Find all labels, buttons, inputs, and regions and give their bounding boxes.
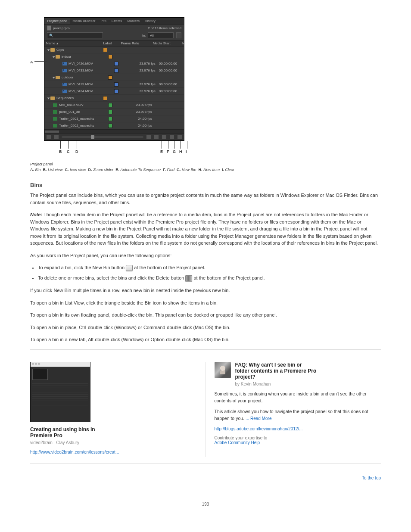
page-number: 193 bbox=[30, 502, 381, 507]
find-button[interactable] bbox=[154, 134, 159, 140]
panel-tab[interactable]: History bbox=[142, 18, 158, 24]
new-bin-button[interactable] bbox=[162, 134, 167, 140]
read-more-link[interactable]: ... Read More bbox=[246, 416, 272, 421]
label-swatch[interactable] bbox=[114, 68, 118, 73]
asset-list: ClipsindoorMVI_0426.MOV23.976 fps00:00:0… bbox=[44, 47, 184, 129]
card-subtitle: video2brain - Clay Asbury bbox=[30, 440, 197, 445]
in-dropdown-arrow[interactable] bbox=[176, 32, 181, 38]
open-floating: To open a bin in its own floating panel,… bbox=[30, 311, 379, 319]
bin-row[interactable]: indoor bbox=[44, 53, 184, 60]
row-name: Sequences bbox=[56, 96, 74, 100]
new-item-button[interactable] bbox=[169, 134, 174, 140]
sequence-row[interactable]: MVI_0419.MOV23.976 fps bbox=[44, 102, 184, 109]
label-swatch[interactable] bbox=[108, 117, 112, 121]
faq-para-2: This article shows you how to navigate t… bbox=[215, 408, 381, 422]
project-filename: pond.prproj bbox=[53, 26, 70, 30]
option-new-bin: To expand a bin, click the New Bin butto… bbox=[38, 264, 381, 272]
figure-caption: Project panelA. Bin B. List view C. Icon… bbox=[30, 162, 306, 172]
disclosure-triangle-icon[interactable] bbox=[47, 97, 50, 99]
clip-icon bbox=[62, 69, 67, 72]
label-swatch[interactable] bbox=[108, 124, 112, 128]
delete-icon bbox=[185, 275, 192, 281]
bin-row[interactable]: Clips bbox=[44, 47, 184, 53]
sequence-row[interactable]: Trailer_0502_nocredits24.00 fps bbox=[44, 122, 184, 129]
label-swatch[interactable] bbox=[108, 110, 112, 114]
clip-row[interactable]: MVI_0419.MOV23.976 fps00:00:00:00 bbox=[44, 81, 184, 88]
label-swatch[interactable] bbox=[114, 62, 118, 66]
panel-tab[interactable]: Project: pond bbox=[44, 18, 70, 24]
card-divider bbox=[206, 362, 206, 457]
column-header[interactable]: Name ▴ bbox=[44, 40, 102, 46]
panel-footer bbox=[44, 133, 184, 140]
column-headers[interactable]: Name ▴LabelFrame RateMedia StartMe bbox=[44, 40, 184, 47]
disclosure-triangle-icon[interactable] bbox=[53, 56, 55, 58]
callout-letter-C: C bbox=[67, 149, 70, 154]
callout-letter-D: D bbox=[75, 149, 78, 154]
row-name: MVI_0433.MOV bbox=[68, 68, 93, 72]
callout-letter-B: B bbox=[59, 149, 62, 154]
to-top-link[interactable]: To the top bbox=[362, 476, 381, 480]
callout-line bbox=[162, 141, 162, 149]
faq-para-1: Sometimes, it is confusing when you are … bbox=[215, 391, 381, 404]
label-swatch[interactable] bbox=[114, 82, 118, 87]
card-link[interactable]: http://www.video2brain.com/en/lessons/cr… bbox=[30, 450, 119, 454]
row-name: Clips bbox=[56, 48, 64, 52]
bin-row[interactable]: outdoor bbox=[44, 74, 184, 81]
frame-rate-cell: 24.00 fps bbox=[123, 124, 156, 128]
icon-view-button[interactable] bbox=[54, 134, 59, 140]
clip-row[interactable]: MVI_0426.MOV23.976 fps00:00:00:00 bbox=[44, 60, 184, 67]
bin-icon bbox=[50, 96, 55, 100]
frame-rate-cell: 23.976 fps bbox=[123, 103, 156, 107]
row-name: Trailer_0502_nocredits bbox=[59, 124, 94, 128]
label-swatch[interactable] bbox=[114, 89, 118, 93]
label-swatch[interactable] bbox=[108, 55, 112, 59]
callout-line bbox=[174, 141, 174, 149]
clear-button[interactable] bbox=[177, 134, 182, 140]
panel-tab[interactable]: Markers bbox=[125, 18, 142, 24]
label-swatch[interactable] bbox=[103, 96, 107, 100]
sequence-row[interactable]: pond_001_ab23.976 fps bbox=[44, 109, 184, 115]
callout-letter-E: E bbox=[160, 149, 163, 154]
label-swatch[interactable] bbox=[103, 48, 107, 52]
new-bin-icon bbox=[126, 265, 133, 271]
clip-icon bbox=[62, 90, 67, 93]
frame-rate-cell: 23.976 fps bbox=[128, 89, 159, 93]
column-header[interactable]: Me bbox=[181, 40, 184, 46]
column-header[interactable]: Frame Rate bbox=[119, 40, 151, 46]
open-in-place: To open a bin in place, Ctrl-double-clic… bbox=[30, 324, 379, 331]
row-name: Trailer_0503_nocredits bbox=[59, 117, 94, 121]
callout-line bbox=[60, 141, 61, 149]
panel-tab[interactable]: Info bbox=[98, 18, 109, 24]
clip-row[interactable]: MVI_0433.MOV23.976 fps00:00:00:00 bbox=[44, 67, 184, 74]
sequence-icon bbox=[53, 103, 57, 107]
column-header[interactable]: Label bbox=[102, 40, 119, 46]
automate-to-sequence-button[interactable] bbox=[146, 134, 151, 140]
label-swatch[interactable] bbox=[108, 75, 112, 80]
callout-line bbox=[68, 141, 68, 149]
row-name: pond_001_ab bbox=[59, 110, 80, 114]
clip-icon bbox=[62, 83, 67, 86]
in-dropdown[interactable]: All bbox=[148, 32, 174, 38]
horizontal-scrollbar[interactable] bbox=[44, 129, 184, 133]
filter-search-input[interactable]: 🔍 bbox=[47, 32, 103, 38]
zoom-slider[interactable] bbox=[62, 136, 143, 138]
open-listview: To open a bin in List View, click the tr… bbox=[30, 299, 379, 307]
callout-letter-F: F bbox=[167, 149, 169, 154]
frame-rate-cell: 23.976 fps bbox=[128, 62, 159, 65]
label-swatch[interactable] bbox=[108, 103, 112, 107]
panel-tab[interactable]: Effects bbox=[109, 18, 125, 24]
bin-row[interactable]: Sequences bbox=[44, 95, 184, 102]
project-panel: Project: pondMedia BrowserInfoEffectsMar… bbox=[44, 17, 184, 141]
open-new-tab: To open a bin in a new tab, Alt-double-c… bbox=[30, 336, 379, 343]
clip-icon bbox=[62, 62, 67, 65]
sequence-row[interactable]: Trailer_0503_nocredits24.00 fps bbox=[44, 115, 184, 122]
disclosure-triangle-icon[interactable] bbox=[53, 77, 55, 78]
panel-tab[interactable]: Media Browser bbox=[70, 18, 98, 24]
column-header[interactable]: Media Start bbox=[151, 40, 181, 46]
list-view-button[interactable] bbox=[46, 134, 51, 140]
disclosure-triangle-icon[interactable] bbox=[47, 49, 50, 51]
callout-letter-I: I bbox=[186, 149, 187, 154]
clip-row[interactable]: MVI_0424.MOV23.976 fps00:00:00:00 bbox=[44, 88, 184, 95]
community-help-link[interactable]: Adobe Community Help bbox=[215, 440, 260, 445]
faq-url[interactable]: http://blogs.adobe.com/kevinmonahan/2012… bbox=[215, 426, 303, 431]
